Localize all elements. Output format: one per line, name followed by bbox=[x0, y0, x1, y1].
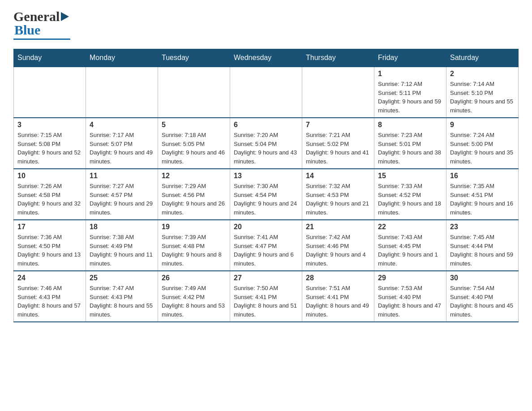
day-number: 11 bbox=[90, 172, 154, 180]
day-info: Sunrise: 7:27 AMSunset: 4:57 PMDaylight:… bbox=[90, 182, 154, 217]
day-number: 8 bbox=[378, 121, 442, 129]
day-number: 2 bbox=[450, 70, 515, 78]
page-header: General Blue bbox=[13, 9, 519, 40]
calendar-cell: 26Sunrise: 7:49 AMSunset: 4:42 PMDayligh… bbox=[158, 271, 230, 322]
weekday-header-thursday: Thursday bbox=[302, 49, 374, 67]
day-number: 26 bbox=[162, 274, 226, 282]
weekday-header-saturday: Saturday bbox=[446, 49, 519, 67]
day-info: Sunrise: 7:36 AMSunset: 4:50 PMDaylight:… bbox=[17, 233, 82, 268]
day-info: Sunrise: 7:15 AMSunset: 5:08 PMDaylight:… bbox=[17, 131, 82, 166]
calendar-cell: 11Sunrise: 7:27 AMSunset: 4:57 PMDayligh… bbox=[86, 169, 158, 220]
calendar-cell: 22Sunrise: 7:43 AMSunset: 4:45 PMDayligh… bbox=[374, 220, 446, 271]
calendar-cell: 16Sunrise: 7:35 AMSunset: 4:51 PMDayligh… bbox=[446, 169, 519, 220]
week-row-1: 1Sunrise: 7:12 AMSunset: 5:11 PMDaylight… bbox=[14, 67, 519, 118]
day-info: Sunrise: 7:38 AMSunset: 4:49 PMDaylight:… bbox=[90, 233, 154, 268]
calendar-cell: 6Sunrise: 7:20 AMSunset: 5:04 PMDaylight… bbox=[230, 118, 302, 169]
calendar-cell bbox=[86, 67, 158, 118]
calendar-table: SundayMondayTuesdayWednesdayThursdayFrid… bbox=[13, 49, 519, 322]
day-info: Sunrise: 7:35 AMSunset: 4:51 PMDaylight:… bbox=[450, 182, 515, 217]
week-row-5: 24Sunrise: 7:46 AMSunset: 4:43 PMDayligh… bbox=[14, 271, 519, 322]
day-info: Sunrise: 7:23 AMSunset: 5:01 PMDaylight:… bbox=[378, 131, 442, 166]
calendar-cell: 4Sunrise: 7:17 AMSunset: 5:07 PMDaylight… bbox=[86, 118, 158, 169]
day-number: 25 bbox=[90, 274, 154, 282]
day-info: Sunrise: 7:17 AMSunset: 5:07 PMDaylight:… bbox=[90, 131, 154, 166]
day-number: 27 bbox=[234, 274, 298, 282]
day-info: Sunrise: 7:18 AMSunset: 5:05 PMDaylight:… bbox=[162, 131, 226, 166]
calendar-cell: 5Sunrise: 7:18 AMSunset: 5:05 PMDaylight… bbox=[158, 118, 230, 169]
calendar-cell bbox=[158, 67, 230, 118]
logo-general-text: General bbox=[13, 9, 60, 24]
day-number: 6 bbox=[234, 121, 298, 129]
day-number: 24 bbox=[17, 274, 82, 282]
calendar-cell: 10Sunrise: 7:26 AMSunset: 4:58 PMDayligh… bbox=[14, 169, 86, 220]
calendar-cell: 17Sunrise: 7:36 AMSunset: 4:50 PMDayligh… bbox=[14, 220, 86, 271]
calendar-cell: 9Sunrise: 7:24 AMSunset: 5:00 PMDaylight… bbox=[446, 118, 519, 169]
day-info: Sunrise: 7:30 AMSunset: 4:54 PMDaylight:… bbox=[234, 182, 298, 217]
day-info: Sunrise: 7:29 AMSunset: 4:56 PMDaylight:… bbox=[162, 182, 226, 217]
calendar-cell bbox=[230, 67, 302, 118]
day-info: Sunrise: 7:26 AMSunset: 4:58 PMDaylight:… bbox=[17, 182, 82, 217]
day-number: 29 bbox=[378, 274, 442, 282]
weekday-header-row: SundayMondayTuesdayWednesdayThursdayFrid… bbox=[14, 49, 519, 67]
day-number: 21 bbox=[306, 223, 370, 231]
weekday-header-monday: Monday bbox=[86, 49, 158, 67]
day-number: 22 bbox=[378, 223, 442, 231]
calendar-cell: 13Sunrise: 7:30 AMSunset: 4:54 PMDayligh… bbox=[230, 169, 302, 220]
logo-blue-text: Blue bbox=[14, 22, 40, 38]
day-number: 10 bbox=[17, 172, 82, 180]
day-number: 14 bbox=[306, 172, 370, 180]
week-row-3: 10Sunrise: 7:26 AMSunset: 4:58 PMDayligh… bbox=[14, 169, 519, 220]
weekday-header-friday: Friday bbox=[374, 49, 446, 67]
calendar-cell: 20Sunrise: 7:41 AMSunset: 4:47 PMDayligh… bbox=[230, 220, 302, 271]
calendar-cell: 12Sunrise: 7:29 AMSunset: 4:56 PMDayligh… bbox=[158, 169, 230, 220]
day-number: 5 bbox=[162, 121, 226, 129]
day-info: Sunrise: 7:21 AMSunset: 5:02 PMDaylight:… bbox=[306, 131, 370, 166]
day-info: Sunrise: 7:24 AMSunset: 5:00 PMDaylight:… bbox=[450, 131, 515, 166]
calendar-cell: 21Sunrise: 7:42 AMSunset: 4:46 PMDayligh… bbox=[302, 220, 374, 271]
week-row-4: 17Sunrise: 7:36 AMSunset: 4:50 PMDayligh… bbox=[14, 220, 519, 271]
calendar-cell: 27Sunrise: 7:50 AMSunset: 4:41 PMDayligh… bbox=[230, 271, 302, 322]
day-info: Sunrise: 7:51 AMSunset: 4:41 PMDaylight:… bbox=[306, 284, 370, 319]
day-number: 15 bbox=[378, 172, 442, 180]
calendar-cell: 19Sunrise: 7:39 AMSunset: 4:48 PMDayligh… bbox=[158, 220, 230, 271]
weekday-header-tuesday: Tuesday bbox=[158, 49, 230, 67]
weekday-header-sunday: Sunday bbox=[14, 49, 86, 67]
day-info: Sunrise: 7:14 AMSunset: 5:10 PMDaylight:… bbox=[450, 80, 515, 115]
day-info: Sunrise: 7:41 AMSunset: 4:47 PMDaylight:… bbox=[234, 233, 298, 268]
day-info: Sunrise: 7:20 AMSunset: 5:04 PMDaylight:… bbox=[234, 131, 298, 166]
day-info: Sunrise: 7:42 AMSunset: 4:46 PMDaylight:… bbox=[306, 233, 370, 268]
calendar-cell: 8Sunrise: 7:23 AMSunset: 5:01 PMDaylight… bbox=[374, 118, 446, 169]
day-number: 13 bbox=[234, 172, 298, 180]
day-info: Sunrise: 7:45 AMSunset: 4:44 PMDaylight:… bbox=[450, 233, 515, 268]
day-info: Sunrise: 7:33 AMSunset: 4:52 PMDaylight:… bbox=[378, 182, 442, 217]
day-number: 7 bbox=[306, 121, 370, 129]
day-info: Sunrise: 7:50 AMSunset: 4:41 PMDaylight:… bbox=[234, 284, 298, 319]
calendar-cell bbox=[14, 67, 86, 118]
day-number: 9 bbox=[450, 121, 515, 129]
week-row-2: 3Sunrise: 7:15 AMSunset: 5:08 PMDaylight… bbox=[14, 118, 519, 169]
calendar-cell: 25Sunrise: 7:47 AMSunset: 4:43 PMDayligh… bbox=[86, 271, 158, 322]
day-info: Sunrise: 7:39 AMSunset: 4:48 PMDaylight:… bbox=[162, 233, 226, 268]
day-info: Sunrise: 7:53 AMSunset: 4:40 PMDaylight:… bbox=[378, 284, 442, 319]
day-number: 4 bbox=[90, 121, 154, 129]
day-number: 12 bbox=[162, 172, 226, 180]
day-info: Sunrise: 7:49 AMSunset: 4:42 PMDaylight:… bbox=[162, 284, 226, 319]
day-number: 30 bbox=[450, 274, 515, 282]
day-number: 18 bbox=[90, 223, 154, 231]
logo-arrow-icon bbox=[61, 12, 69, 21]
calendar-cell: 3Sunrise: 7:15 AMSunset: 5:08 PMDaylight… bbox=[14, 118, 86, 169]
day-info: Sunrise: 7:12 AMSunset: 5:11 PMDaylight:… bbox=[378, 80, 442, 115]
calendar-cell: 2Sunrise: 7:14 AMSunset: 5:10 PMDaylight… bbox=[446, 67, 519, 118]
day-number: 3 bbox=[17, 121, 82, 129]
day-info: Sunrise: 7:47 AMSunset: 4:43 PMDaylight:… bbox=[90, 284, 154, 319]
calendar-cell: 18Sunrise: 7:38 AMSunset: 4:49 PMDayligh… bbox=[86, 220, 158, 271]
logo-underline bbox=[13, 39, 70, 40]
calendar-cell: 29Sunrise: 7:53 AMSunset: 4:40 PMDayligh… bbox=[374, 271, 446, 322]
calendar-cell: 1Sunrise: 7:12 AMSunset: 5:11 PMDaylight… bbox=[374, 67, 446, 118]
calendar-cell: 30Sunrise: 7:54 AMSunset: 4:40 PMDayligh… bbox=[446, 271, 519, 322]
day-number: 1 bbox=[378, 70, 442, 78]
calendar-cell: 28Sunrise: 7:51 AMSunset: 4:41 PMDayligh… bbox=[302, 271, 374, 322]
calendar-cell: 23Sunrise: 7:45 AMSunset: 4:44 PMDayligh… bbox=[446, 220, 519, 271]
calendar-cell: 14Sunrise: 7:32 AMSunset: 4:53 PMDayligh… bbox=[302, 169, 374, 220]
weekday-header-wednesday: Wednesday bbox=[230, 49, 302, 67]
